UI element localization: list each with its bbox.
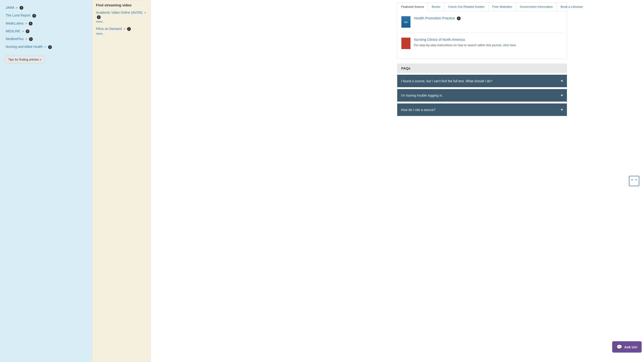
back-to-top-button[interactable]: ⌃⌃ (629, 176, 639, 186)
info-icon[interactable]: i (29, 22, 32, 26)
list-item: MedlinePlus ↗ i (5, 35, 87, 43)
external-icon: ↗ (123, 28, 126, 30)
external-icon: ↗ (16, 6, 18, 9)
list-item: The Lund Report i (5, 12, 87, 19)
faq-question: How do I cite a source? (401, 108, 436, 112)
tabs-section: Featured Source Books Check Out Related … (397, 2, 567, 59)
featured-item-hpp: hpp Health Promotion Practice i (401, 16, 563, 33)
info-icon[interactable]: i (97, 15, 101, 19)
tips-button[interactable]: Tips for finding articles » (5, 56, 45, 64)
list-item: MEDLINE ↗ i (5, 27, 87, 35)
tab-government-info[interactable]: Government Information (516, 2, 557, 11)
right-panel (151, 0, 320, 362)
avon-section: Academic Video Online (AVON) ↗ i more... (96, 10, 147, 23)
click-here-link[interactable]: click here. (503, 43, 517, 47)
hpp-link[interactable]: Health Promotion Practice (414, 16, 455, 20)
faq-item-fulltext[interactable]: I found a source, but I can't find the f… (397, 75, 567, 87)
info-icon[interactable]: i (32, 14, 36, 18)
tab-free-websites[interactable]: Free Websites (489, 2, 516, 11)
list-item: JAMA ↗ i (5, 4, 87, 12)
faqs-header: FAQs (397, 64, 567, 73)
left-resources-panel: JAMA ↗ i The Lund Report i MedicLatina ↗… (0, 0, 92, 362)
films-link[interactable]: Films on Demand (96, 27, 122, 31)
tab-book-librarian[interactable]: Book a Librarian (557, 2, 587, 11)
faq-item-login[interactable]: I'm having trouble logging in. + (397, 89, 567, 102)
book-cover-nursing (401, 38, 411, 49)
info-icon[interactable]: i (20, 6, 23, 10)
featured-item-nursing: Nursing Clinics of North America For ste… (401, 38, 563, 54)
main-content: Featured Source Books Check Out Related … (320, 0, 644, 362)
faqs-section: FAQs I found a source, but I can't find … (397, 64, 567, 116)
resource-list: JAMA ↗ i The Lund Report i MedicLatina ↗… (5, 4, 87, 51)
external-icon: ↗ (144, 11, 146, 14)
tab-related-guides[interactable]: Check Out Related Guides (444, 2, 489, 11)
faq-question: I'm having trouble logging in. (401, 94, 443, 97)
tabs-nav: Featured Source Books Check Out Related … (398, 2, 567, 11)
info-icon[interactable]: i (29, 37, 33, 41)
info-icon[interactable]: i (457, 16, 460, 20)
ask-us-label: Ask Us! (624, 345, 638, 349)
medlineplus-link[interactable]: MedlinePlus (6, 37, 24, 41)
featured-item-detail: Health Promotion Practice i (414, 16, 460, 20)
nursing-allied-link[interactable]: Nursing and Allied Health (6, 45, 43, 48)
streaming-title: Find streaming video (96, 3, 147, 7)
book-cover-hpp: hpp (401, 16, 411, 28)
nursing-item-detail: Nursing Clinics of North America For ste… (414, 38, 517, 48)
faq-question: I found a source, but I can't find the f… (401, 79, 492, 83)
chevron-up-icon: ⌃⌃ (630, 178, 638, 184)
info-icon[interactable]: i (26, 30, 30, 33)
external-icon: ↗ (25, 22, 27, 25)
faq-expand-icon: + (560, 93, 563, 98)
jama-link[interactable]: JAMA (6, 6, 14, 10)
faq-expand-icon: + (560, 78, 563, 84)
list-item: MedicLatina ↗ i (5, 20, 87, 27)
films-section: Films on Demand ↗ i more... (96, 27, 147, 36)
external-icon: ↗ (25, 38, 27, 40)
lund-report-link[interactable]: The Lund Report (6, 14, 30, 17)
tab-content: hpp Health Promotion Practice i Nursing … (398, 11, 567, 59)
avon-more-link[interactable]: more... (96, 20, 147, 23)
ask-us-button[interactable]: 💬 Ask Us! (612, 341, 642, 352)
streaming-panel: Find streaming video Academic Video Onli… (92, 0, 151, 362)
chat-icon: 💬 (616, 344, 622, 350)
faq-expand-icon: + (560, 107, 563, 112)
films-more-link[interactable]: more... (96, 32, 147, 35)
external-icon: ↗ (22, 30, 24, 33)
mediclatina-link[interactable]: MedicLatina (6, 22, 24, 25)
info-icon[interactable]: i (48, 45, 52, 49)
avon-link[interactable]: Academic Video Online (AVON) (96, 10, 142, 14)
nursing-clinics-link[interactable]: Nursing Clinics of North America (414, 38, 465, 42)
external-icon: ↗ (44, 46, 46, 48)
list-item: Nursing and Allied Health ↗ i (5, 43, 87, 51)
nursing-desc: For step-by-step instructions on how to … (414, 43, 517, 48)
tab-books[interactable]: Books (428, 2, 444, 11)
medline-link[interactable]: MEDLINE (6, 29, 20, 33)
info-icon[interactable]: i (127, 27, 131, 31)
tab-featured-source[interactable]: Featured Source (398, 2, 428, 11)
faq-item-cite[interactable]: How do I cite a source? + (397, 104, 567, 116)
